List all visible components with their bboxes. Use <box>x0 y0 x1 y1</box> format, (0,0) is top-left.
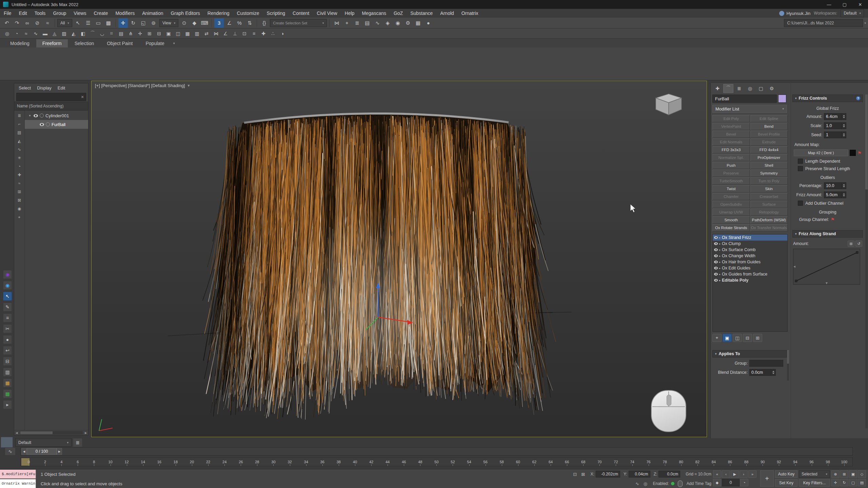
expand-arrow-icon[interactable]: ▸ <box>719 248 721 251</box>
frizz-scale-spinner[interactable]: 1.0 <box>824 122 846 129</box>
frizz-controls-rollout-header[interactable]: ▾ Frizz Controls ? <box>792 95 863 102</box>
explorer-xrefs-filter-icon[interactable]: ⊠ <box>16 197 23 204</box>
menu-item[interactable]: Edit <box>15 11 31 16</box>
x-coordinate-field[interactable]: -0.202cm <box>596 471 620 477</box>
utilities-tab[interactable]: ⚙ <box>767 84 777 93</box>
modifier-button[interactable]: Edit Spline <box>750 115 788 122</box>
explorer-preset-select[interactable]: Default ▾ <box>15 439 72 447</box>
branches-tool-icon[interactable]: ⋔ <box>126 29 135 38</box>
go-to-start-button[interactable]: « <box>713 470 721 478</box>
viewport-layout-tab[interactable] <box>1 437 13 448</box>
explorer-horizontal-scrollbar[interactable]: ◀ ▶ <box>14 430 88 435</box>
time-slider-handle[interactable]: 0 / 100 <box>27 448 57 455</box>
select-placement-icon[interactable]: ⊚ <box>149 18 158 28</box>
modifier-button[interactable]: CreaseSet <box>750 193 788 200</box>
maxscript-mini-listener[interactable]: $.modifiers[#Fu <box>0 470 36 479</box>
frame-tick[interactable]: 54 <box>461 458 477 466</box>
length-dependent-checkbox[interactable] <box>798 159 803 164</box>
modifier-button[interactable]: Symmetry <box>750 169 788 177</box>
menu-item[interactable]: Help <box>341 11 358 16</box>
conform-brush-icon[interactable]: ◧ <box>79 29 87 38</box>
select-rotate-icon[interactable]: ↻ <box>129 18 138 28</box>
modifier-stack-item[interactable]: ▸ Ox Edit Guides <box>713 265 787 271</box>
key-mode-toggle-button[interactable]: ◆ <box>713 479 721 486</box>
frame-tick[interactable]: 72 <box>608 458 624 466</box>
scene-tree-row[interactable]: ▾ FurBall <box>25 120 88 129</box>
help-icon[interactable]: ? <box>856 96 860 100</box>
modifier-button[interactable]: PathDeform (WSM) <box>750 216 788 224</box>
minimize-button[interactable]: — <box>821 0 837 9</box>
scene-tree-row[interactable]: ▾ Cylinder001 <box>25 111 88 120</box>
menu-item[interactable]: Animation <box>138 11 167 16</box>
unlink-icon[interactable]: ⊘ <box>33 18 42 28</box>
frame-tick[interactable]: 28 <box>249 458 265 466</box>
menu-item[interactable]: Rendering <box>204 11 233 16</box>
surface-draw-icon[interactable]: ◡ <box>98 29 106 38</box>
panel-scrollbar[interactable] <box>865 95 868 428</box>
menu-item[interactable]: Content <box>289 11 313 16</box>
modifier-button[interactable]: Push <box>712 162 750 169</box>
curve-reset-icon[interactable]: ↺ <box>855 241 862 247</box>
modifier-button[interactable]: OpenSubdiv <box>712 201 750 208</box>
frame-tick[interactable]: 10 <box>102 458 118 466</box>
viewport-config-icon[interactable]: ▤ <box>858 479 866 486</box>
previous-frame-button[interactable]: ‹ <box>722 470 730 478</box>
frame-tick[interactable]: 34 <box>298 458 314 466</box>
map-swatch[interactable] <box>850 150 856 156</box>
set-keys-button[interactable]: + <box>760 470 774 487</box>
soft-selection-icon[interactable]: ◎ <box>3 29 12 38</box>
paint-deform-push-icon[interactable]: ◔ <box>12 29 21 38</box>
ribbon-minimize-icon[interactable]: ▾ <box>173 41 175 45</box>
expand-arrow-icon[interactable]: ▸ <box>719 279 721 282</box>
expand-arrow-icon[interactable]: ▸ <box>719 273 721 276</box>
grid-align-icon[interactable]: ⊡ <box>240 29 249 38</box>
modifier-button[interactable]: Ox Rotate Strands <box>712 224 750 231</box>
explorer-groups-filter-icon[interactable]: ⊞ <box>16 188 23 196</box>
paint-deform-relax-icon[interactable]: ≈ <box>22 29 31 38</box>
modifier-button[interactable]: Bend <box>750 123 788 130</box>
frame-tick[interactable]: 8 <box>86 458 102 466</box>
modifier-visibility-icon[interactable] <box>714 261 718 263</box>
frame-tick[interactable]: 94 <box>787 458 803 466</box>
undo-icon[interactable]: ↶ <box>2 18 12 28</box>
frame-tick[interactable]: 2 <box>37 458 53 466</box>
close-button[interactable]: ✕ <box>852 0 868 9</box>
expand-arrow-icon[interactable]: ▸ <box>719 242 721 245</box>
user-account[interactable]: Hyunsuk.Jin <box>779 11 810 16</box>
frame-tick[interactable]: 90 <box>754 458 771 466</box>
hair-shade-icon[interactable]: ▥ <box>3 368 12 377</box>
group-field[interactable] <box>749 360 783 367</box>
frame-tick[interactable]: 70 <box>591 458 608 466</box>
view-cube[interactable] <box>648 89 689 121</box>
mirror-tool-icon[interactable]: ⋈ <box>212 29 220 38</box>
curve-editor-icon[interactable]: ∿ <box>373 18 382 28</box>
snap-3d-icon[interactable]: 3 <box>214 18 224 28</box>
y-coordinate-field[interactable]: 0.04cm <box>629 471 650 477</box>
auto-key-button[interactable]: Auto Key <box>775 470 797 478</box>
modifier-stack-item[interactable]: ▸ Ox Guides from Surface <box>713 271 787 277</box>
explorer-all-filter-icon[interactable]: ▤ <box>16 129 23 136</box>
maximize-viewport-icon[interactable]: ▢ <box>849 479 857 486</box>
scroll-left-icon[interactable]: ◀ <box>14 431 19 434</box>
percent-snap-icon[interactable]: % <box>235 18 244 28</box>
field-of-view-icon[interactable]: ◇ <box>858 470 866 478</box>
modifier-visibility-icon[interactable] <box>714 273 718 276</box>
select-strands-icon[interactable]: ↖ <box>3 292 12 301</box>
modifier-visibility-icon[interactable] <box>714 255 718 257</box>
ornatrix-logo-icon[interactable]: ◉ <box>3 270 12 279</box>
modifier-visibility-icon[interactable] <box>714 242 718 245</box>
frame-tick[interactable]: 14 <box>135 458 151 466</box>
menu-item[interactable]: Customize <box>233 11 263 16</box>
modifier-button[interactable]: Skin <box>750 185 788 192</box>
viewport-filter-icon[interactable]: ▼ <box>187 84 191 87</box>
redo-icon[interactable]: ↷ <box>12 18 22 28</box>
modifier-stack-item[interactable]: ▸ Ox Surface Comb <box>713 247 787 253</box>
frame-tick[interactable]: 82 <box>689 458 706 466</box>
quad-cap-icon[interactable]: ▦ <box>183 29 192 38</box>
expand-arrow-icon[interactable]: ▸ <box>719 261 721 264</box>
expand-arrow-icon[interactable]: ▾ <box>28 114 32 117</box>
use-pivot-center-icon[interactable]: ⊙ <box>179 18 189 28</box>
modifier-button[interactable]: VertexPaint <box>712 123 750 130</box>
frame-tick[interactable]: 36 <box>314 458 331 466</box>
object-color-swatch[interactable] <box>778 95 786 103</box>
